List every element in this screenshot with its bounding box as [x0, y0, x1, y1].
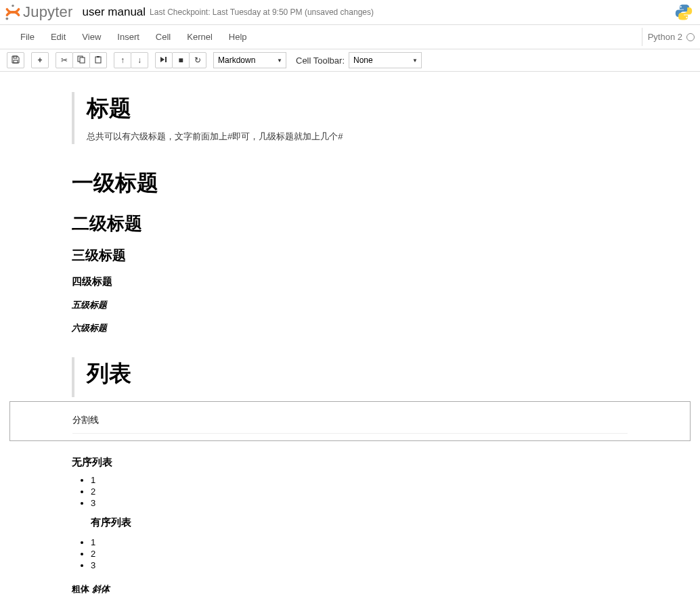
menubar: File Edit View Insert Cell Kernel Help P… [0, 24, 700, 49]
h5-example: 五级标题 [72, 299, 628, 311]
paste-icon [94, 55, 102, 66]
header-bar: Jupyter user manual Last Checkpoint: Las… [0, 0, 700, 24]
svg-rect-10 [165, 57, 167, 62]
h3-example: 三级标题 [72, 246, 628, 265]
python-icon [674, 3, 693, 22]
h1-example: 一级标题 [72, 168, 628, 198]
blockquote-titles: 标题 总共可以有六级标题，文字前面加上#即可，几级标题就加上几个# [72, 92, 628, 144]
menu-file[interactable]: File [12, 28, 43, 46]
kernel-indicator: Python 2 [642, 28, 700, 46]
cut-icon: ✂ [61, 55, 68, 65]
copy-button[interactable] [72, 52, 90, 68]
markdown-cell[interactable]: 一级标题 二级标题 三级标题 四级标题 五级标题 六级标题 [9, 148, 691, 344]
ordered-list: 1 2 3 [72, 537, 628, 571]
cell-toolbar-label: Cell Toolbar: [296, 55, 345, 66]
notebook-name[interactable]: user manual [83, 5, 146, 19]
markdown-cell[interactable]: 列表 [9, 344, 691, 401]
list-item: 1 [91, 474, 628, 486]
svg-rect-5 [14, 60, 18, 63]
move-down-button[interactable]: ↓ [131, 52, 148, 68]
plus-icon: + [37, 55, 42, 65]
stop-icon: ■ [178, 55, 183, 65]
kernel-status-icon [686, 33, 695, 41]
logo-text: Jupyter [23, 3, 73, 21]
list-item: 3 [91, 560, 628, 571]
add-cell-button[interactable]: + [31, 52, 49, 68]
cut-button[interactable]: ✂ [56, 52, 73, 68]
h4-example: 四级标题 [72, 275, 628, 288]
save-button[interactable] [7, 52, 24, 68]
h6-example: 六级标题 [72, 322, 628, 334]
horizontal-rule [72, 433, 628, 434]
jupyter-icon [4, 3, 22, 21]
arrow-up-icon: ↑ [121, 55, 125, 65]
italic-label: 斜体 [92, 584, 110, 594]
blockquote-heading: 列表 [87, 359, 628, 389]
svg-point-0 [12, 5, 14, 7]
kernel-name: Python 2 [648, 32, 682, 42]
move-up-button[interactable]: ↑ [114, 52, 131, 68]
svg-rect-8 [95, 57, 101, 63]
unordered-list: 1 2 3 [72, 474, 628, 509]
arrow-down-icon: ↓ [137, 55, 141, 65]
save-icon [12, 55, 20, 66]
menu-view[interactable]: View [74, 28, 109, 46]
markdown-cell-selected[interactable]: 分割线 [9, 401, 691, 441]
markdown-cell[interactable]: 无序列表 1 2 3 有序列表 1 2 3 粗体 斜体 [9, 441, 691, 599]
svg-point-3 [686, 17, 687, 18]
restart-icon: ↻ [194, 55, 201, 65]
checkpoint-status: Last Checkpoint: Last Tuesday at 9:50 PM… [150, 7, 374, 17]
list-item: 1 [91, 537, 628, 548]
toolbar: + ✂ ↑ ↓ ■ ↻ Markdown Cell Toolbar: None [0, 49, 700, 72]
markdown-cell[interactable]: 标题 总共可以有六级标题，文字前面加上#即可，几级标题就加上几个# [9, 78, 691, 148]
cell-type-select[interactable]: Markdown [213, 52, 286, 68]
logo[interactable]: Jupyter [4, 3, 73, 21]
menu-help[interactable]: Help [221, 28, 255, 46]
svg-point-1 [5, 18, 8, 20]
separator-label: 分割线 [72, 406, 628, 426]
svg-rect-9 [97, 56, 100, 58]
bold-label: 粗体 [72, 584, 89, 594]
blockquote-lists: 列表 [72, 357, 628, 397]
stop-button[interactable]: ■ [172, 52, 190, 68]
copy-icon [77, 55, 85, 66]
svg-rect-7 [80, 58, 85, 63]
svg-rect-4 [14, 56, 17, 58]
cell-toolbar-select[interactable]: None [349, 52, 422, 68]
h2-example: 二级标题 [72, 212, 628, 235]
blockquote-heading: 标题 [87, 93, 628, 124]
blockquote-text: 总共可以有六级标题，文字前面加上#即可，几级标题就加上几个# [87, 131, 628, 143]
paste-button[interactable] [89, 52, 107, 68]
run-icon [160, 55, 168, 65]
ordered-list-label: 有序列表 [91, 516, 628, 529]
ordered-list-block: 有序列表 [72, 513, 628, 532]
menu-cell[interactable]: Cell [148, 28, 179, 46]
run-button[interactable] [155, 52, 173, 68]
list-item: 2 [91, 486, 628, 497]
menu-kernel[interactable]: Kernel [179, 28, 221, 46]
unordered-list-label: 无序列表 [72, 456, 628, 469]
notebook-area: 标题 总共可以有六级标题，文字前面加上#即可，几级标题就加上几个# 一级标题 二… [0, 72, 700, 615]
list-item: 3 [91, 497, 628, 509]
restart-button[interactable]: ↻ [189, 52, 206, 68]
list-item: 2 [91, 548, 628, 560]
menu-edit[interactable]: Edit [43, 28, 74, 46]
menu-insert[interactable]: Insert [109, 28, 148, 46]
svg-point-2 [680, 6, 681, 7]
